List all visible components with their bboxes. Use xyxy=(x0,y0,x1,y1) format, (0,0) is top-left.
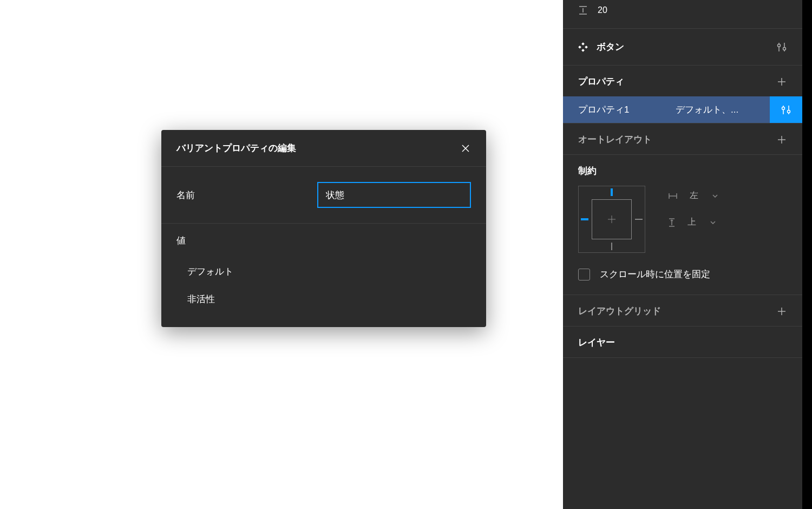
component-name: ボタン xyxy=(597,41,624,53)
component-settings-icon[interactable] xyxy=(776,42,787,53)
svg-point-10 xyxy=(783,47,786,50)
modal-header: バリアントプロパティの編集 xyxy=(161,130,486,167)
chevron-down-icon xyxy=(712,194,718,198)
constraints-section: 制約 xyxy=(563,155,802,295)
vertical-constraint-select[interactable]: 上 xyxy=(668,217,718,228)
edit-variant-property-modal: バリアントプロパティの編集 名前 値 デフォルト 非活性 xyxy=(161,130,486,327)
constraint-tick-left xyxy=(581,218,588,220)
constraint-widget[interactable] xyxy=(578,186,645,253)
vertical-spacing-row[interactable]: 20 xyxy=(563,0,802,28)
spacing-section: 20 xyxy=(563,0,802,29)
vertical-spacing-icon xyxy=(578,5,588,15)
edit-property-button[interactable] xyxy=(770,96,802,123)
property-row[interactable]: プロパティ1 デフォルト、... xyxy=(563,96,802,123)
constraint-center-icon xyxy=(607,214,617,224)
layout-grid-title: レイアウトグリッド xyxy=(578,305,661,317)
horizontal-icon xyxy=(668,192,678,200)
add-auto-layout-button[interactable] xyxy=(776,134,787,145)
properties-section: プロパティ プロパティ1 デフォルト、... xyxy=(563,66,802,123)
svg-point-14 xyxy=(782,107,785,109)
vertical-constraint-label: 上 xyxy=(687,217,696,228)
property-name: プロパティ1 xyxy=(578,103,676,116)
svg-point-8 xyxy=(778,44,781,47)
value-item[interactable]: 非活性 xyxy=(176,285,471,313)
svg-rect-3 xyxy=(581,42,585,45)
modal-body: 名前 xyxy=(161,167,486,224)
auto-layout-section: オートレイアウト xyxy=(563,123,802,155)
component-icon xyxy=(578,42,588,52)
name-input[interactable] xyxy=(317,182,471,208)
auto-layout-header: オートレイアウト xyxy=(563,123,802,154)
horizontal-constraint-select[interactable]: 左 xyxy=(668,190,718,201)
fix-position-checkbox[interactable] xyxy=(578,269,590,280)
value-item[interactable]: デフォルト xyxy=(176,258,471,285)
svg-rect-6 xyxy=(585,45,588,49)
constraint-inner-box xyxy=(592,199,632,239)
properties-header: プロパティ xyxy=(563,66,802,96)
name-field-row: 名前 xyxy=(176,182,471,208)
values-section: 値 デフォルト 非活性 xyxy=(161,224,486,327)
add-property-button[interactable] xyxy=(776,76,787,87)
svg-point-16 xyxy=(788,110,790,113)
constraint-tick-bottom xyxy=(611,243,612,250)
component-section: ボタン xyxy=(563,29,802,66)
layer-section: レイヤー xyxy=(563,327,802,358)
chevron-down-icon xyxy=(710,221,716,224)
auto-layout-title: オートレイアウト xyxy=(578,133,652,146)
add-layout-grid-button[interactable] xyxy=(776,306,787,317)
layout-grid-section: レイアウトグリッド xyxy=(563,295,802,327)
vertical-icon xyxy=(668,218,676,227)
name-label: 名前 xyxy=(176,189,301,201)
layer-title: レイヤー xyxy=(578,336,615,349)
layer-header: レイヤー xyxy=(563,327,802,357)
constraints-title: 制約 xyxy=(578,165,787,177)
modal-title: バリアントプロパティの編集 xyxy=(176,142,296,154)
vertical-spacing-value: 20 xyxy=(598,5,607,15)
component-header: ボタン xyxy=(563,29,802,65)
layout-grid-header: レイアウトグリッド xyxy=(563,295,802,326)
constraint-tick-top xyxy=(611,188,613,196)
svg-rect-4 xyxy=(581,49,585,52)
values-label: 値 xyxy=(176,234,471,247)
design-panel: 20 ボタン xyxy=(563,0,812,509)
fix-position-checkbox-row[interactable]: スクロール時に位置を固定 xyxy=(578,268,787,280)
properties-title: プロパティ xyxy=(578,75,624,88)
constraint-tick-right xyxy=(635,219,643,220)
svg-rect-5 xyxy=(578,45,581,49)
close-button[interactable] xyxy=(460,143,471,154)
fix-position-label: スクロール時に位置を固定 xyxy=(600,268,710,280)
horizontal-constraint-label: 左 xyxy=(690,190,698,201)
